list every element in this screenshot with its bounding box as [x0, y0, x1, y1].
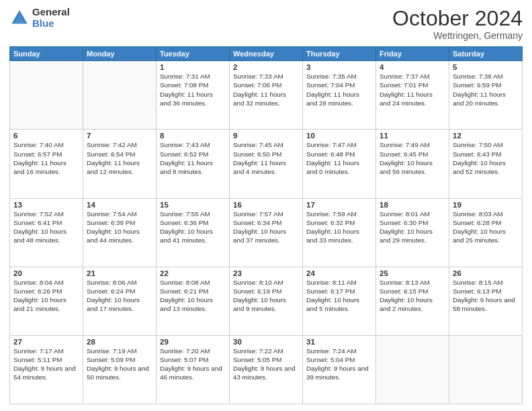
day-number: 26: [453, 269, 519, 277]
cell-details: Sunrise: 8:15 AM Sunset: 6:13 PM Dayligh…: [453, 278, 519, 314]
cell-details: Sunrise: 8:11 AM Sunset: 6:17 PM Dayligh…: [306, 278, 372, 314]
day-number: 28: [87, 338, 152, 346]
cell-details: Sunrise: 8:01 AM Sunset: 6:30 PM Dayligh…: [380, 210, 445, 245]
calendar-cell: 6Sunrise: 7:40 AM Sunset: 6:57 PM Daylig…: [10, 130, 83, 198]
cell-details: Sunrise: 7:52 AM Sunset: 6:41 PM Dayligh…: [13, 210, 79, 245]
calendar-cell: 14Sunrise: 7:54 AM Sunset: 6:39 PM Dayli…: [83, 198, 157, 267]
calendar-cell: 22Sunrise: 8:08 AM Sunset: 6:21 PM Dayli…: [157, 267, 230, 335]
calendar-cell: 30Sunrise: 7:22 AM Sunset: 5:05 PM Dayli…: [230, 335, 303, 404]
day-number: 31: [306, 338, 372, 346]
cell-details: Sunrise: 7:20 AM Sunset: 5:07 PM Dayligh…: [160, 347, 226, 382]
logo-icon: [9, 8, 30, 28]
cell-details: Sunrise: 7:50 AM Sunset: 6:43 PM Dayligh…: [453, 140, 519, 176]
day-number: 24: [306, 269, 372, 277]
calendar-cell: 19Sunrise: 8:03 AM Sunset: 6:28 PM Dayli…: [449, 198, 523, 267]
logo-general-text: General: [32, 7, 70, 18]
calendar-cell: 18Sunrise: 8:01 AM Sunset: 6:30 PM Dayli…: [376, 198, 449, 267]
cell-details: Sunrise: 8:06 AM Sunset: 6:24 PM Dayligh…: [87, 278, 152, 314]
cell-details: Sunrise: 7:24 AM Sunset: 5:04 PM Dayligh…: [306, 347, 372, 382]
day-number: 16: [233, 201, 299, 209]
calendar-cell: 9Sunrise: 7:45 AM Sunset: 6:50 PM Daylig…: [230, 130, 303, 198]
cell-details: Sunrise: 8:08 AM Sunset: 6:21 PM Dayligh…: [160, 278, 226, 314]
calendar-cell: 4Sunrise: 7:37 AM Sunset: 7:01 PM Daylig…: [376, 61, 449, 130]
cell-details: Sunrise: 7:59 AM Sunset: 6:32 PM Dayligh…: [306, 210, 372, 245]
calendar-cell: 12Sunrise: 7:50 AM Sunset: 6:43 PM Dayli…: [449, 130, 523, 198]
day-number: 25: [380, 269, 445, 277]
day-number: 1: [160, 63, 226, 71]
cell-details: Sunrise: 7:42 AM Sunset: 6:54 PM Dayligh…: [87, 140, 152, 176]
calendar-cell: 29Sunrise: 7:20 AM Sunset: 5:07 PM Dayli…: [157, 335, 230, 404]
calendar-cell: 20Sunrise: 8:04 AM Sunset: 6:26 PM Dayli…: [10, 267, 83, 335]
day-number: 10: [306, 132, 372, 140]
calendar-cell: 15Sunrise: 7:55 AM Sunset: 6:36 PM Dayli…: [157, 198, 230, 267]
location: Wettringen, Germany: [392, 30, 523, 41]
cell-details: Sunrise: 7:37 AM Sunset: 7:01 PM Dayligh…: [380, 72, 445, 107]
cell-details: Sunrise: 7:47 AM Sunset: 6:48 PM Dayligh…: [306, 140, 372, 176]
day-number: 8: [160, 132, 226, 140]
month-title: October 2024: [392, 7, 523, 30]
day-number: 20: [13, 269, 79, 277]
day-number: 4: [380, 63, 445, 71]
weekday-header-monday: Monday: [83, 47, 157, 61]
calendar-table: SundayMondayTuesdayWednesdayThursdayFrid…: [9, 46, 523, 404]
cell-details: Sunrise: 8:03 AM Sunset: 6:28 PM Dayligh…: [453, 210, 519, 245]
calendar-cell: 21Sunrise: 8:06 AM Sunset: 6:24 PM Dayli…: [83, 267, 157, 335]
calendar-cell: 27Sunrise: 7:17 AM Sunset: 5:11 PM Dayli…: [10, 335, 83, 404]
day-number: 13: [13, 201, 79, 209]
calendar-cell: 1Sunrise: 7:31 AM Sunset: 7:08 PM Daylig…: [157, 61, 230, 130]
weekday-header-sunday: Sunday: [10, 47, 83, 61]
day-number: 19: [453, 201, 519, 209]
cell-details: Sunrise: 7:49 AM Sunset: 6:45 PM Dayligh…: [380, 140, 445, 176]
calendar-cell: 13Sunrise: 7:52 AM Sunset: 6:41 PM Dayli…: [10, 198, 83, 267]
weekday-header-thursday: Thursday: [303, 47, 376, 61]
logo-blue-text: Blue: [32, 18, 70, 30]
calendar-cell: 10Sunrise: 7:47 AM Sunset: 6:48 PM Dayli…: [303, 130, 376, 198]
day-number: 30: [233, 338, 299, 346]
header: General Blue October 2024 Wettringen, Ge…: [9, 7, 523, 41]
cell-details: Sunrise: 7:33 AM Sunset: 7:06 PM Dayligh…: [233, 72, 299, 107]
day-number: 3: [306, 63, 372, 71]
cell-details: Sunrise: 8:10 AM Sunset: 6:19 PM Dayligh…: [233, 278, 299, 314]
day-number: 17: [306, 201, 372, 209]
calendar-cell: 26Sunrise: 8:15 AM Sunset: 6:13 PM Dayli…: [449, 267, 523, 335]
cell-details: Sunrise: 7:19 AM Sunset: 5:09 PM Dayligh…: [87, 347, 152, 382]
cell-details: Sunrise: 7:57 AM Sunset: 6:34 PM Dayligh…: [233, 210, 299, 245]
calendar-cell: 8Sunrise: 7:43 AM Sunset: 6:52 PM Daylig…: [157, 130, 230, 198]
weekday-header-tuesday: Tuesday: [157, 47, 230, 61]
calendar-cell: 16Sunrise: 7:57 AM Sunset: 6:34 PM Dayli…: [230, 198, 303, 267]
day-number: 5: [453, 63, 519, 71]
day-number: 12: [453, 132, 519, 140]
calendar-cell: 7Sunrise: 7:42 AM Sunset: 6:54 PM Daylig…: [83, 130, 157, 198]
cell-details: Sunrise: 7:35 AM Sunset: 7:04 PM Dayligh…: [306, 72, 372, 107]
title-block: October 2024 Wettringen, Germany: [392, 7, 523, 41]
day-number: 2: [233, 63, 299, 71]
cell-details: Sunrise: 7:22 AM Sunset: 5:05 PM Dayligh…: [233, 347, 299, 382]
calendar-cell: 17Sunrise: 7:59 AM Sunset: 6:32 PM Dayli…: [303, 198, 376, 267]
calendar-cell: 3Sunrise: 7:35 AM Sunset: 7:04 PM Daylig…: [303, 61, 376, 130]
day-number: 18: [380, 201, 445, 209]
day-number: 7: [87, 132, 152, 140]
day-number: 14: [87, 201, 152, 209]
cell-details: Sunrise: 7:43 AM Sunset: 6:52 PM Dayligh…: [160, 140, 226, 176]
cell-details: Sunrise: 7:17 AM Sunset: 5:11 PM Dayligh…: [13, 347, 79, 382]
cell-details: Sunrise: 7:31 AM Sunset: 7:08 PM Dayligh…: [160, 72, 226, 107]
cell-details: Sunrise: 8:04 AM Sunset: 6:26 PM Dayligh…: [13, 278, 79, 314]
calendar-cell: 25Sunrise: 8:13 AM Sunset: 6:15 PM Dayli…: [376, 267, 449, 335]
calendar-cell: 23Sunrise: 8:10 AM Sunset: 6:19 PM Dayli…: [230, 267, 303, 335]
calendar-cell: 5Sunrise: 7:38 AM Sunset: 6:59 PM Daylig…: [449, 61, 523, 130]
weekday-header-saturday: Saturday: [449, 47, 523, 61]
calendar-cell: 28Sunrise: 7:19 AM Sunset: 5:09 PM Dayli…: [83, 335, 157, 404]
day-number: 23: [233, 269, 299, 277]
day-number: 27: [13, 338, 79, 346]
calendar-cell: [83, 61, 157, 130]
day-number: 21: [87, 269, 152, 277]
day-number: 6: [13, 132, 79, 140]
calendar-cell: [10, 61, 83, 130]
day-number: 29: [160, 338, 226, 346]
calendar-cell: [376, 335, 449, 404]
cell-details: Sunrise: 7:38 AM Sunset: 6:59 PM Dayligh…: [453, 72, 519, 107]
cell-details: Sunrise: 7:40 AM Sunset: 6:57 PM Dayligh…: [13, 140, 79, 176]
calendar-cell: 31Sunrise: 7:24 AM Sunset: 5:04 PM Dayli…: [303, 335, 376, 404]
calendar-cell: 24Sunrise: 8:11 AM Sunset: 6:17 PM Dayli…: [303, 267, 376, 335]
day-number: 9: [233, 132, 299, 140]
